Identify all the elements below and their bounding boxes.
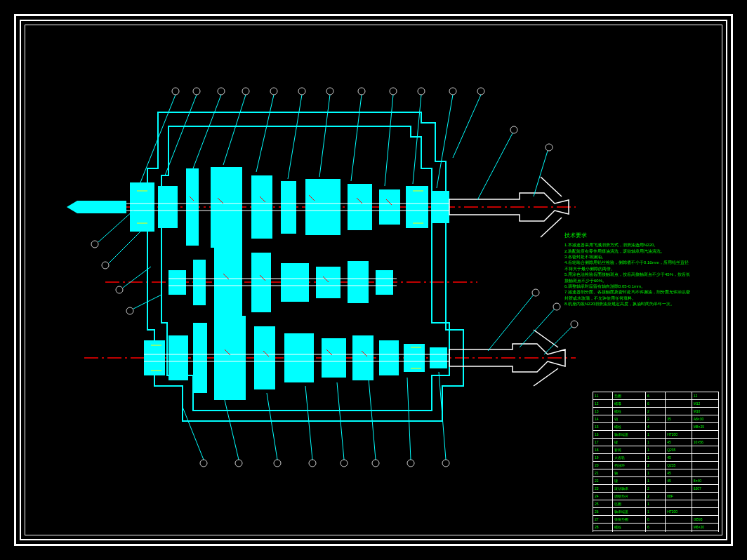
svg-rect-34: [430, 347, 447, 368]
svg-line-88: [488, 295, 534, 351]
title-block: 11垫圈61212螺母6M1213螺栓2M1014销235A8×3015螺栓4M…: [593, 392, 719, 532]
parts-cell: [666, 500, 692, 508]
parts-cell: M6×20: [692, 524, 718, 531]
svg-point-93: [218, 88, 225, 95]
svg-rect-22: [348, 261, 369, 303]
parts-cell: [692, 454, 718, 462]
svg-point-96: [298, 88, 305, 95]
parts-cell: [666, 392, 692, 400]
svg-line-75: [534, 151, 548, 196]
svg-rect-8: [211, 167, 242, 248]
parts-row: 16轴承端盖1HT200: [593, 431, 719, 439]
parts-cell: 2: [646, 408, 666, 415]
parts-row: 26轴承端盖1HT200: [593, 508, 719, 516]
parts-cell: 2: [646, 415, 666, 423]
parts-cell: 1: [646, 508, 666, 516]
svg-line-86: [407, 378, 411, 460]
svg-point-111: [274, 460, 281, 467]
parts-cell: 11: [593, 392, 613, 400]
svg-point-105: [91, 241, 98, 248]
svg-point-98: [358, 88, 365, 95]
svg-rect-20: [281, 263, 309, 302]
svg-rect-3: [77, 201, 126, 213]
svg-point-103: [510, 126, 517, 133]
svg-point-91: [172, 88, 179, 95]
parts-cell: 28: [593, 524, 613, 531]
svg-point-95: [270, 88, 277, 95]
parts-cell: Q235: [666, 462, 692, 469]
technical-notes: 技术要求 1.本减速器采用飞溅润滑方式，润滑油选用N220。 2.装配前所有零件…: [564, 232, 691, 307]
parts-cell: 挡油环: [613, 462, 646, 469]
parts-row: 23滚动轴承26207: [593, 485, 719, 493]
parts-cell: 22: [593, 477, 613, 485]
parts-cell: [692, 446, 718, 454]
parts-cell: [692, 500, 718, 508]
parts-cell: 1: [646, 446, 666, 454]
svg-line-82: [267, 393, 277, 460]
note-line: 5.用涂色法检验齿面接触斑点，按齿高接触斑点不少于45%，按齿长接触斑点不少于6…: [564, 272, 691, 284]
svg-point-97: [326, 88, 333, 95]
parts-cell: 滚动轴承: [613, 485, 646, 493]
svg-rect-19: [251, 253, 271, 312]
parts-cell: 垫圈: [613, 392, 646, 400]
parts-cell: 10×56: [692, 439, 718, 446]
parts-cell: [666, 485, 692, 493]
parts-cell: 16: [593, 431, 613, 439]
svg-line-67: [288, 95, 302, 179]
parts-cell: 08F: [666, 493, 692, 500]
parts-cell: 19: [593, 454, 613, 462]
parts-cell: 6: [646, 524, 666, 531]
parts-row: 28螺栓6M6×20: [593, 524, 719, 531]
header-qty: 数量: [646, 531, 666, 533]
parts-cell: 6: [646, 392, 666, 400]
svg-line-80: [183, 407, 204, 460]
parts-cell: 6207: [692, 485, 718, 493]
svg-point-99: [390, 88, 397, 95]
svg-line-66: [256, 95, 274, 172]
parts-row: 19大齿轮145: [593, 454, 719, 462]
svg-line-64: [193, 95, 221, 168]
parts-cell: [692, 469, 718, 477]
svg-point-110: [235, 460, 242, 467]
svg-point-117: [532, 289, 539, 296]
header-no: 序号: [593, 531, 613, 533]
svg-rect-9: [251, 175, 272, 239]
note-line: 8.机座内装N220润滑油至规定高度，换油时间为半年一次。: [564, 301, 691, 307]
svg-line-69: [351, 95, 362, 181]
notes-title: 技术要求: [564, 232, 691, 239]
parts-cell: 21: [593, 469, 613, 477]
svg-point-106: [102, 262, 109, 269]
svg-line-71: [413, 95, 421, 184]
parts-cell: [692, 431, 718, 439]
parts-list: 11垫圈61212螺母6M1213螺栓2M1014销235A8×3015螺栓4M…: [593, 392, 719, 532]
parts-cell: 螺栓: [613, 524, 646, 531]
svg-line-65: [223, 95, 246, 165]
parts-row: 15螺栓4M8×25: [593, 423, 719, 431]
parts-cell: [666, 524, 692, 531]
parts-cell: 键: [613, 439, 646, 446]
svg-point-109: [200, 460, 207, 467]
svg-rect-6: [158, 186, 178, 228]
parts-cell: 15: [593, 423, 613, 431]
svg-point-92: [193, 88, 200, 95]
svg-rect-5: [130, 182, 154, 232]
svg-line-62: [140, 95, 176, 182]
svg-line-81: [225, 400, 239, 460]
parts-cell: 20: [593, 462, 613, 469]
parts-cell: 6: [646, 400, 666, 408]
parts-cell: 1: [646, 477, 666, 485]
svg-line-73: [453, 95, 481, 158]
svg-line-63: [165, 95, 197, 175]
parts-cell: [666, 408, 692, 415]
parts-cell: 25: [593, 500, 613, 508]
note-line: 3.各密封处不得漏油。: [564, 254, 691, 260]
parts-row: 14销235A8×30: [593, 415, 719, 423]
parts-cell: 12: [692, 392, 718, 400]
svg-point-104: [546, 144, 553, 151]
parts-cell: 17: [593, 439, 613, 446]
svg-line-68: [319, 95, 330, 177]
parts-row: 25毡圈1: [593, 500, 719, 508]
parts-cell: 轴承端盖: [613, 431, 646, 439]
parts-row: 27弹簧垫圈6GB93: [593, 516, 719, 524]
parts-cell: 弹簧垫圈: [613, 516, 646, 524]
